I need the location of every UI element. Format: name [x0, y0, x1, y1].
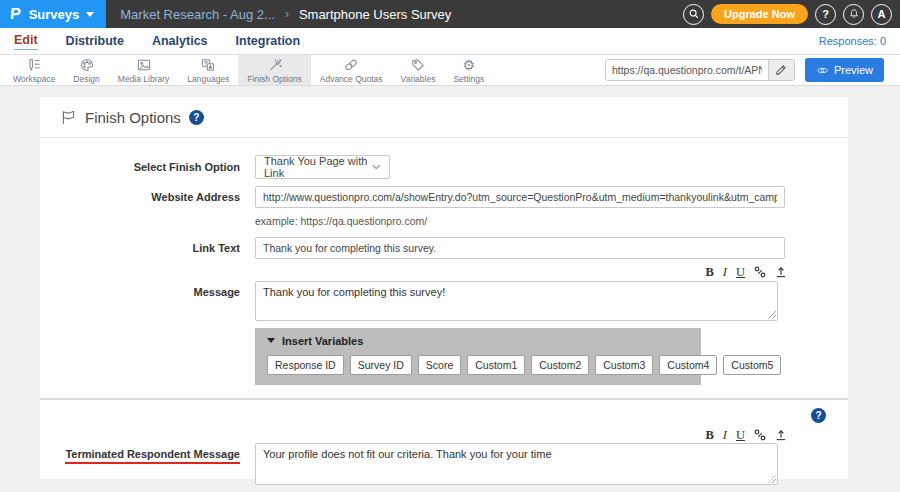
underline-button[interactable]: U [736, 266, 745, 279]
message-label: Message [40, 281, 255, 298]
toolbar-item-label: Advance Quotas [320, 74, 383, 84]
terminated-message-label: Terminated Respondent Message [65, 448, 240, 464]
website-address-row: Website Address [40, 186, 848, 208]
toolbar-item-advance-quotas[interactable]: Advance Quotas [311, 55, 392, 85]
insert-image-button[interactable] [775, 266, 787, 278]
underline-button[interactable]: U [736, 429, 745, 442]
variable-button-custom3[interactable]: Custom3 [595, 355, 653, 375]
variable-button-custom2[interactable]: Custom2 [531, 355, 589, 375]
notifications-button[interactable] [843, 4, 864, 25]
variable-button-custom5[interactable]: Custom5 [723, 355, 781, 375]
link-text-label: Link Text [40, 242, 255, 254]
brand-area[interactable]: P Surveys [0, 0, 106, 28]
finish-options-panel: Finish Options ? Select Finish Option Th… [40, 97, 848, 479]
variable-buttons: Response ID Survey ID Score Custom1 Cust… [267, 355, 689, 375]
toolbar-item-label: Media Library [118, 74, 170, 84]
link-icon [754, 429, 766, 441]
insert-link-button[interactable] [754, 429, 766, 441]
tab-edit[interactable]: Edit [14, 33, 38, 50]
breadcrumb-separator: › [285, 7, 289, 21]
pencil-icon [775, 64, 787, 76]
finish-option-row: Select Finish Option Thank You Page with… [40, 155, 848, 179]
help-button[interactable]: ? [815, 4, 836, 25]
workspace-pencil-icon [26, 57, 42, 73]
italic-button[interactable]: I [723, 429, 727, 442]
chevron-down-icon [372, 164, 381, 170]
survey-url-group [605, 59, 795, 81]
bold-button[interactable]: B [705, 266, 713, 279]
toolbar-item-label: Finish Options [247, 74, 301, 84]
toolbar-item-label: Workspace [13, 74, 55, 84]
link-icon [754, 266, 766, 278]
finish-option-label: Select Finish Option [40, 161, 255, 173]
variable-button-survey-id[interactable]: Survey ID [350, 355, 412, 375]
toolbar-item-settings[interactable]: ⚙ Settings [444, 55, 493, 85]
insert-link-button[interactable] [754, 266, 766, 278]
toolbar-item-design[interactable]: Design [64, 55, 108, 85]
toolbar-right: Preview [605, 55, 896, 85]
tab-analytics[interactable]: Analytics [152, 34, 208, 48]
edit-toolbar: Workspace Design Media Library Languages… [0, 55, 900, 86]
variable-button-score[interactable]: Score [418, 355, 461, 375]
toolbar-item-workspace[interactable]: Workspace [4, 55, 64, 85]
palette-icon [79, 57, 95, 73]
image-upload-icon [775, 429, 787, 441]
chevron-down-icon [86, 12, 94, 17]
upgrade-now-button[interactable]: Upgrade Now [711, 4, 808, 24]
website-address-hint: example: https://qa.questionpro.com/ [255, 215, 848, 227]
chain-links-icon [343, 57, 359, 73]
variable-button-custom1[interactable]: Custom1 [467, 355, 525, 375]
terminated-format-toolbar: B I U [255, 429, 787, 442]
tab-distribute[interactable]: Distribute [66, 34, 124, 48]
finish-options-form: Select Finish Option Thank You Page with… [40, 138, 848, 492]
preview-button[interactable]: Preview [805, 58, 884, 82]
website-address-input[interactable] [255, 186, 785, 208]
gear-icon: ⚙ [463, 57, 476, 73]
search-button[interactable] [683, 4, 704, 25]
terminated-help-row: ? [40, 408, 848, 423]
bold-button[interactable]: B [705, 429, 713, 442]
avatar[interactable]: A [871, 4, 892, 25]
breadcrumb-folder[interactable]: Market Research - Aug 2... [120, 7, 275, 22]
survey-url-input[interactable] [606, 60, 768, 80]
collapse-caret-icon [267, 338, 275, 343]
link-text-row: Link Text [40, 237, 848, 259]
finish-options-help-button[interactable]: ? [189, 110, 204, 125]
terminated-help-button[interactable]: ? [811, 408, 826, 423]
insert-image-button[interactable] [775, 429, 787, 441]
website-address-label: Website Address [40, 191, 255, 203]
panel-header: Finish Options ? [40, 97, 848, 138]
message-textarea-wrap: Thank you for completing this survey! [255, 281, 778, 321]
italic-button[interactable]: I [723, 266, 727, 279]
search-icon [688, 8, 700, 20]
terminated-message-label-col: Terminated Respondent Message [40, 443, 255, 464]
toolbar-item-media-library[interactable]: Media Library [109, 55, 179, 85]
responses-count[interactable]: Responses: 0 [819, 35, 886, 47]
preview-button-label: Preview [834, 64, 873, 76]
link-text-input[interactable] [255, 237, 785, 259]
finish-option-selected-value: Thank You Page with Link [264, 155, 372, 179]
toolbar-item-label: Variables [401, 74, 436, 84]
toolbar-item-languages[interactable]: Languages [178, 55, 238, 85]
message-format-toolbar: B I U [255, 266, 787, 279]
bell-icon [848, 8, 860, 20]
toolbar-item-label: Settings [453, 74, 484, 84]
image-upload-icon [775, 266, 787, 278]
flag-icon [60, 109, 77, 126]
finish-option-select[interactable]: Thank You Page with Link [255, 155, 390, 179]
toolbar-item-label: Design [73, 74, 99, 84]
tab-integration[interactable]: Integration [236, 34, 301, 48]
tag-icon [410, 57, 426, 73]
insert-variables-header: Insert Variables [282, 335, 363, 347]
edit-url-button[interactable] [768, 60, 794, 80]
surveys-menu[interactable]: Surveys [29, 7, 95, 22]
message-textarea[interactable]: Thank you for completing this survey! [255, 281, 778, 321]
insert-variables-toggle[interactable]: Insert Variables [267, 335, 689, 347]
toolbar-item-finish-options[interactable]: Finish Options [238, 55, 310, 85]
terminated-message-textarea[interactable]: Your profile does not fit our criteria. … [255, 443, 778, 485]
variable-button-response-id[interactable]: Response ID [267, 355, 344, 375]
questionpro-logo: P [9, 5, 22, 23]
toolbar-item-variables[interactable]: Variables [392, 55, 445, 85]
page-title: Finish Options [85, 109, 181, 126]
variable-button-custom4[interactable]: Custom4 [659, 355, 717, 375]
